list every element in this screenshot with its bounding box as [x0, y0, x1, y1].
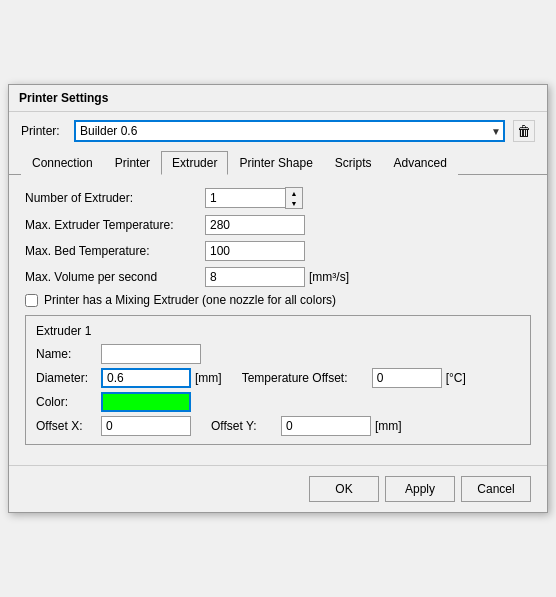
max-volume-row: Max. Volume per second [mm³/s]	[25, 267, 531, 287]
mixing-extruder-row: Printer has a Mixing Extruder (one nozzl…	[25, 293, 531, 307]
num-extruder-row: Number of Extruder: ▲ ▼	[25, 187, 531, 209]
max-volume-label: Max. Volume per second	[25, 270, 205, 284]
offset-y-label: Offset Y:	[211, 419, 281, 433]
spinner-up-button[interactable]: ▲	[286, 188, 302, 198]
color-row: Color:	[36, 392, 520, 412]
max-temp-row: Max. Extruder Temperature:	[25, 215, 531, 235]
temp-offset-input[interactable]	[372, 368, 442, 388]
delete-printer-button[interactable]: 🗑	[513, 120, 535, 142]
color-picker[interactable]	[101, 392, 191, 412]
tab-scripts[interactable]: Scripts	[324, 151, 383, 175]
tabs-bar: Connection Printer Extruder Printer Shap…	[9, 150, 547, 175]
extruder-box: Extruder 1 Name: Diameter: [mm] Temperat…	[25, 315, 531, 445]
num-extruder-input[interactable]	[205, 188, 285, 208]
max-volume-unit: [mm³/s]	[309, 270, 349, 284]
offset-x-label: Offset X:	[36, 419, 101, 433]
printer-select[interactable]: Builder 0.6	[74, 120, 505, 142]
max-volume-input[interactable]	[205, 267, 305, 287]
offset-x-input[interactable]	[101, 416, 191, 436]
name-label: Name:	[36, 347, 101, 361]
tab-connection[interactable]: Connection	[21, 151, 104, 175]
mixing-extruder-checkbox[interactable]	[25, 294, 38, 307]
printer-select-wrapper: Builder 0.6 ▼	[74, 120, 505, 142]
printer-settings-window: Printer Settings Printer: Builder 0.6 ▼ …	[8, 84, 548, 513]
name-row: Name:	[36, 344, 520, 364]
spinner-down-button[interactable]: ▼	[286, 198, 302, 208]
bottom-buttons: OK Apply Cancel	[9, 465, 547, 512]
ok-button[interactable]: OK	[309, 476, 379, 502]
color-label: Color:	[36, 395, 101, 409]
max-temp-input[interactable]	[205, 215, 305, 235]
tab-printer[interactable]: Printer	[104, 151, 161, 175]
mixing-extruder-label: Printer has a Mixing Extruder (one nozzl…	[44, 293, 336, 307]
temp-offset-unit: [°C]	[446, 371, 466, 385]
printer-label: Printer:	[21, 124, 66, 138]
max-bed-label: Max. Bed Temperature:	[25, 244, 205, 258]
name-input[interactable]	[101, 344, 201, 364]
offset-y-input[interactable]	[281, 416, 371, 436]
max-bed-row: Max. Bed Temperature:	[25, 241, 531, 261]
tab-extruder[interactable]: Extruder	[161, 151, 228, 175]
max-bed-input[interactable]	[205, 241, 305, 261]
cancel-button[interactable]: Cancel	[461, 476, 531, 502]
diameter-unit: [mm]	[195, 371, 222, 385]
offset-unit: [mm]	[375, 419, 402, 433]
diameter-temp-row: Diameter: [mm] Temperature Offset: [°C]	[36, 368, 520, 388]
diameter-row: Diameter: [mm]	[36, 368, 222, 388]
printer-row: Printer: Builder 0.6 ▼ 🗑	[9, 112, 547, 150]
max-temp-label: Max. Extruder Temperature:	[25, 218, 205, 232]
offset-xy-row: Offset X: Offset Y: [mm]	[36, 416, 520, 436]
temp-offset-label: Temperature Offset:	[242, 371, 372, 385]
extruder-section-title: Extruder 1	[36, 324, 520, 338]
diameter-label: Diameter:	[36, 371, 101, 385]
apply-button[interactable]: Apply	[385, 476, 455, 502]
tab-printer-shape[interactable]: Printer Shape	[228, 151, 323, 175]
spinner-buttons: ▲ ▼	[285, 187, 303, 209]
offset-y-row: Offset Y: [mm]	[211, 416, 402, 436]
window-title: Printer Settings	[9, 85, 547, 112]
offset-x-row: Offset X:	[36, 416, 191, 436]
num-extruder-spinner: ▲ ▼	[205, 187, 303, 209]
num-extruder-label: Number of Extruder:	[25, 191, 205, 205]
tab-content: Number of Extruder: ▲ ▼ Max. Extruder Te…	[9, 175, 547, 457]
tab-advanced[interactable]: Advanced	[383, 151, 458, 175]
diameter-input[interactable]	[101, 368, 191, 388]
temp-offset-row: Temperature Offset: [°C]	[242, 368, 466, 388]
